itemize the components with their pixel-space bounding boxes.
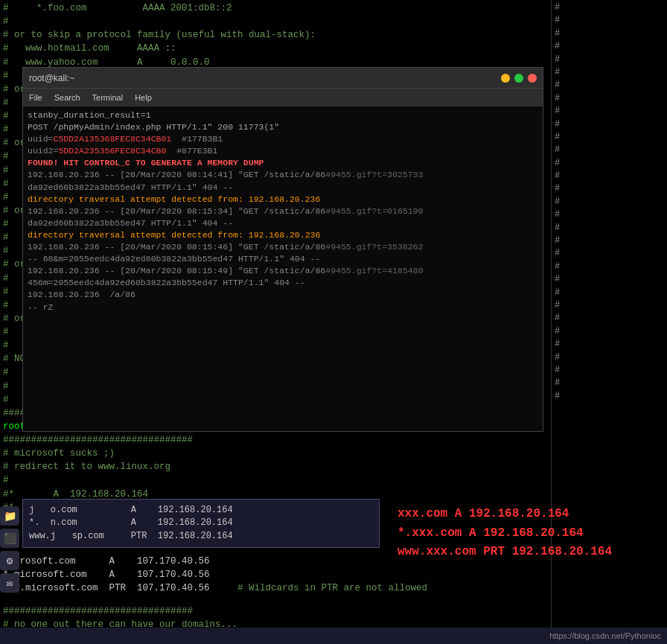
overlay-menubar: File Search Terminal Help: [23, 89, 543, 106]
annotation-line-2: *.xxx.com A 192.168.20.164: [398, 524, 661, 543]
popup-box: j o.com A 192.168.20.164 *. n.com A 192.…: [22, 499, 380, 548]
overlay-title: root@kali:~: [29, 73, 74, 83]
sidebar-icon-terminal[interactable]: ⬛: [0, 529, 19, 548]
annotation-panel: xxx.com A 192.168.20.164 *.xxx.com A 192…: [392, 499, 667, 568]
bottom-text: microsoft.com A 107.170.40.56 *.microsof…: [3, 555, 427, 595]
popup-text: j o.com A 192.168.20.164 *. n.com A 192.…: [29, 504, 373, 543]
sidebar-icon-settings[interactable]: ⚙: [0, 551, 19, 570]
minimize-button[interactable]: [501, 74, 510, 83]
menu-terminal[interactable]: Terminal: [92, 93, 124, 102]
bottom-section: microsoft.com A 107.170.40.56 *.microsof…: [3, 555, 427, 595]
menu-search[interactable]: Search: [54, 93, 80, 102]
sidebar-icon-mail[interactable]: ✉: [0, 573, 19, 593]
overlay-body: stanby_duration_result=1 POST /phpMyAdmi…: [23, 106, 543, 431]
menu-file[interactable]: File: [29, 93, 42, 102]
terminal-window: # *.foo.com AAAA 2001:db8::2 # # or to s…: [0, 0, 667, 644]
overlay-titlebar: root@kali:~: [23, 68, 543, 89]
annotation-line-1: xxx.com A 192.168.20.164: [398, 505, 661, 524]
close-button[interactable]: [528, 74, 537, 83]
overlay-window: root@kali:~ File Search Terminal Help st…: [22, 67, 543, 432]
sidebar: 📁 ⬛ ⚙ ✉: [0, 506, 22, 593]
maximize-button[interactable]: [514, 74, 523, 83]
bottom-bar: https://blog.csdn.net/Pythonioc: [0, 628, 667, 644]
menu-help[interactable]: Help: [135, 93, 152, 102]
overlay-text: stanby_duration_result=1 POST /phpMyAdmi…: [23, 106, 543, 316]
right-hash-text: # # # # # # # # # # # # # # # # # # # # …: [552, 0, 667, 404]
bottom-url: https://blog.csdn.net/Pythonioc: [549, 631, 661, 640]
sidebar-icon-folder[interactable]: 📁: [0, 506, 19, 526]
annotation-line-3: www.xxx.com PRT 192.168.20.164: [398, 543, 661, 562]
overlay-controls: [501, 74, 537, 83]
